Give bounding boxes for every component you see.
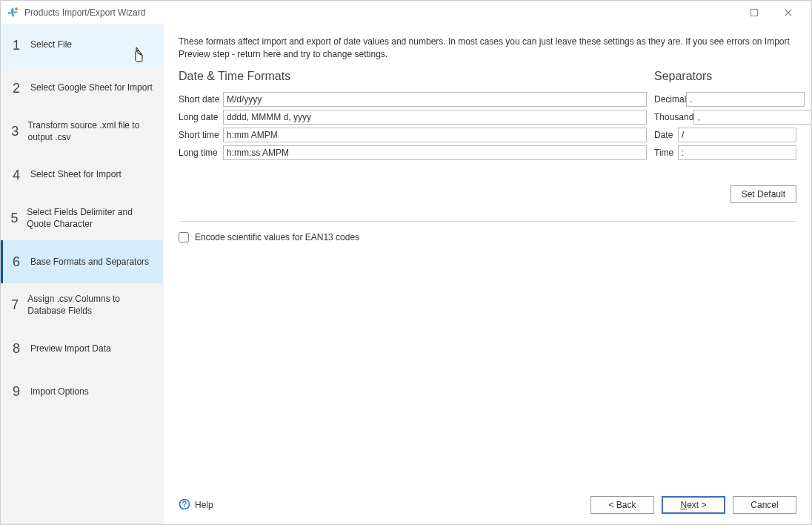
step-number: 6 — [10, 254, 23, 270]
long-time-label: Long time — [179, 148, 223, 158]
datetime-formats-title: Date & Time Formats — [179, 70, 647, 83]
step-number: 2 — [10, 81, 23, 96]
thousand-label: Thousand — [654, 112, 693, 122]
step-label: Assign .csv Columns to Database Fields — [27, 294, 154, 317]
short-time-input[interactable] — [223, 128, 647, 142]
short-date-label: Short date — [179, 94, 223, 105]
step-label: Select Google Sheet for Import — [30, 82, 153, 94]
time-sep-row: Time — [654, 145, 796, 160]
sidebar-step-google-sheet[interactable]: 2 Select Google Sheet for Import — [1, 67, 163, 110]
help-link[interactable]: Help — [179, 498, 213, 512]
app-icon — [7, 7, 19, 19]
sidebar-step-base-formats[interactable]: 6 Base Formats and Separators — [1, 240, 163, 283]
short-date-row: Short date — [179, 92, 647, 107]
step-label: Select Sheet for Import — [30, 169, 122, 181]
sidebar-step-import-options[interactable]: 9 Import Options — [1, 371, 163, 414]
titlebar: Products Import/Export Wizard — [1, 1, 811, 24]
long-date-label: Long date — [179, 112, 223, 122]
long-time-row: Long time — [179, 145, 647, 160]
long-date-input[interactable] — [223, 110, 647, 125]
step-number: 3 — [10, 124, 20, 139]
help-label: Help — [195, 500, 213, 510]
step-number: 1 — [10, 38, 23, 53]
footer: Help < Back Next > Cancel — [179, 496, 796, 514]
short-date-input[interactable] — [223, 92, 647, 107]
decimal-input[interactable] — [686, 92, 805, 107]
short-time-label: Short time — [179, 130, 223, 140]
step-label: Select Fields Delimiter and Quote Charac… — [27, 207, 154, 230]
sidebar-step-transform-xml[interactable]: 3 Transform source .xml file to output .… — [1, 110, 163, 153]
step-number: 4 — [10, 168, 23, 183]
next-button[interactable]: Next > — [662, 496, 725, 514]
step-number: 9 — [10, 384, 23, 400]
step-label: Select File — [30, 39, 72, 51]
sidebar-step-delimiter[interactable]: 5 Select Fields Delimiter and Quote Char… — [1, 197, 163, 240]
decimal-label: Decimal — [654, 94, 686, 105]
decimal-row: Decimal — [654, 92, 796, 107]
thousand-row: Thousand — [654, 110, 796, 125]
sidebar-step-assign-columns[interactable]: 7 Assign .csv Columns to Database Fields — [1, 283, 163, 327]
long-time-input[interactable] — [223, 145, 647, 160]
svg-point-0 — [15, 7, 18, 10]
help-icon — [179, 498, 190, 512]
window-controls — [737, 1, 805, 24]
date-sep-input[interactable] — [678, 128, 796, 142]
sidebar-step-select-file[interactable]: 1 Select File — [1, 24, 163, 67]
step-label: Transform source .xml file to output .cs… — [27, 120, 154, 143]
cancel-button[interactable]: Cancel — [733, 496, 796, 514]
step-number: 7 — [10, 297, 20, 313]
thousand-input[interactable] — [693, 110, 812, 125]
back-button[interactable]: < Back — [590, 496, 654, 514]
step-number: 5 — [10, 211, 19, 226]
sidebar-step-select-sheet[interactable]: 4 Select Sheet for Import — [1, 153, 163, 197]
divider — [179, 221, 796, 222]
time-sep-input[interactable] — [678, 145, 796, 160]
long-date-row: Long date — [179, 110, 647, 125]
step-number: 8 — [10, 341, 23, 357]
step-label: Import Options — [30, 386, 89, 398]
set-default-button[interactable]: Set Default — [731, 185, 796, 203]
separators-title: Separators — [654, 70, 796, 83]
close-button[interactable] — [771, 1, 805, 24]
maximize-button[interactable] — [737, 1, 771, 24]
description-text: These formats affect import and export o… — [179, 36, 796, 61]
wizard-sidebar: 1 Select File 2 Select Google Sheet for … — [1, 24, 164, 524]
window-title: Products Import/Export Wizard — [24, 7, 737, 18]
encode-ean13-checkbox[interactable] — [179, 232, 189, 242]
date-sep-row: Date — [654, 128, 796, 142]
svg-point-3 — [184, 506, 185, 507]
content-panel: These formats affect import and export o… — [164, 24, 811, 524]
time-sep-label: Time — [654, 148, 678, 158]
short-time-row: Short time — [179, 128, 647, 142]
sidebar-step-preview[interactable]: 8 Preview Import Data — [1, 328, 163, 371]
svg-rect-1 — [751, 9, 758, 16]
step-label: Base Formats and Separators — [30, 257, 149, 268]
encode-ean13-label[interactable]: Encode scientific values for EAN13 codes — [195, 232, 359, 242]
date-sep-label: Date — [654, 130, 678, 140]
step-label: Preview Import Data — [30, 343, 111, 355]
